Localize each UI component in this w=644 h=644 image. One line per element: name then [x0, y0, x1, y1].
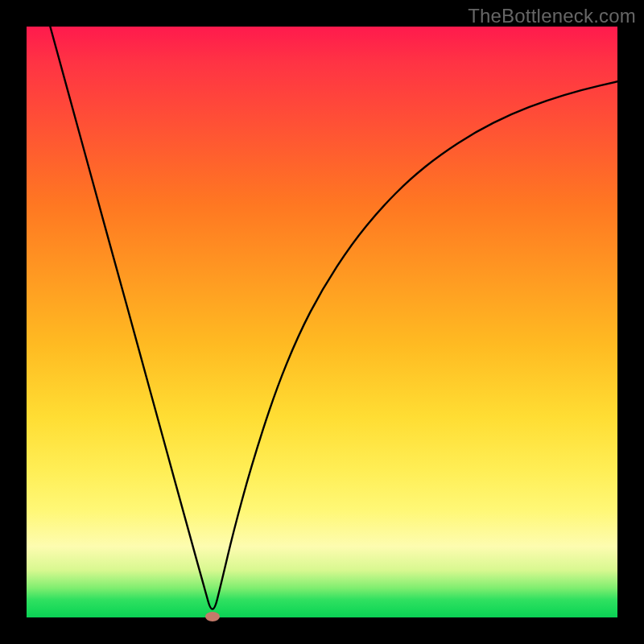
bottleneck-curve — [50, 27, 617, 609]
optimal-point-marker — [205, 612, 220, 621]
bottleneck-curve-svg — [27, 27, 617, 617]
watermark-text: TheBottleneck.com — [468, 5, 636, 27]
chart-frame — [27, 27, 617, 617]
